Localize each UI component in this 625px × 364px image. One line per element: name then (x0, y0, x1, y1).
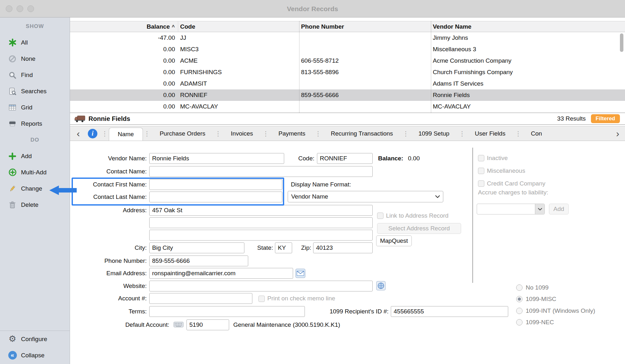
zip-label: Zip: (293, 242, 311, 253)
recipient-id-input[interactable] (391, 306, 508, 317)
zip-input[interactable] (313, 242, 373, 253)
plus-icon (7, 151, 18, 161)
tab-invoices[interactable]: Invoices (222, 126, 262, 141)
sidebar-item-reports[interactable]: Reports (0, 116, 70, 132)
sidebar-bottom: ⚙ Configure « Collapse (0, 331, 70, 363)
table-row[interactable]: 0.00MISC3Miscellaneous 3 (70, 44, 625, 55)
tab-separator-icon: ⋮ (402, 126, 410, 141)
code-input[interactable] (317, 153, 373, 164)
table-row[interactable]: 0.00MC-AVACLAYMC-AVACLAY (70, 101, 625, 112)
tab-user-fields[interactable]: User Fields (466, 126, 514, 141)
filtered-badge[interactable]: Filtered (591, 114, 620, 123)
print-memo-checkbox[interactable] (258, 296, 265, 302)
circled-plus-icon (7, 167, 18, 178)
open-website-icon[interactable] (376, 281, 386, 290)
sort-ascending-icon: ^ (172, 24, 175, 30)
address-line3-input[interactable] (149, 230, 373, 241)
vendor-name-input[interactable] (149, 153, 284, 164)
contact-name-input[interactable] (149, 166, 373, 177)
default-account-label: Default Account: (93, 319, 169, 330)
phone-number-input[interactable] (149, 256, 248, 266)
account-number-label: Account #: (70, 293, 147, 304)
column-header-code[interactable]: Code (178, 21, 299, 32)
table-header: Balance^ Code Phone Number Vendor Name (70, 21, 625, 32)
sidebar-item-label: Reports (21, 120, 42, 127)
sidebar-item-grid[interactable]: Grid (0, 99, 70, 116)
trash-icon (7, 200, 18, 210)
city-label: City: (70, 242, 147, 253)
pencil-icon (7, 184, 18, 194)
tab-recurring-transactions[interactable]: Recurring Transactions (322, 126, 402, 141)
miscellaneous-checkbox[interactable] (478, 168, 484, 174)
contact-first-name-label: Contact First Name: (70, 179, 147, 190)
table-row-selected[interactable]: 0.00RONNIEF859-555-6666Ronnie Fields (70, 89, 625, 101)
tab-1099-setup[interactable]: 1099 Setup (410, 126, 458, 141)
column-header-balance[interactable]: Balance^ (70, 21, 178, 32)
vendor-form: Vendor Name: Code: Balance: 0.00 Contact… (70, 141, 625, 364)
account-number-input[interactable] (149, 293, 252, 304)
column-header-vendor-name[interactable]: Vendor Name (431, 21, 625, 32)
no-1099-radio[interactable] (516, 284, 523, 291)
prev-tab-button[interactable]: ‹ (70, 126, 87, 141)
sidebar-item-all[interactable]: All (0, 34, 70, 51)
table-row[interactable]: 0.00ADAMSITAdams IT Services (70, 78, 625, 89)
terms-input[interactable] (149, 306, 305, 317)
tab-contacts-truncated[interactable]: Con (522, 126, 551, 141)
tab-purchase-orders[interactable]: Purchase Orders (151, 126, 214, 141)
1099-int-label: 1099-INT (Windows Only) (526, 305, 625, 316)
address-line2-input[interactable] (149, 217, 373, 228)
credit-card-company-checkbox[interactable] (478, 180, 484, 187)
sidebar-item-label: None (21, 55, 35, 62)
select-address-record-button[interactable]: Select Address Record (377, 223, 461, 234)
sidebar-item-label: Configure (21, 336, 47, 343)
grid-icon (7, 102, 18, 113)
link-address-checkbox[interactable] (377, 213, 383, 219)
default-account-input[interactable] (186, 319, 229, 330)
inactive-checkbox[interactable] (478, 155, 484, 161)
tab-payments[interactable]: Payments (270, 126, 314, 141)
info-tab[interactable]: i (87, 126, 101, 141)
1099-nec-radio[interactable] (516, 319, 523, 326)
column-header-phone[interactable]: Phone Number (299, 21, 431, 32)
contact-first-name-input[interactable] (149, 179, 282, 190)
sidebar-item-multi-add[interactable]: Multi-Add (0, 164, 70, 180)
search-icon (7, 70, 18, 80)
table-row[interactable]: 0.00FURNISHINGS813-555-8896Church Furnis… (70, 66, 625, 78)
next-tab-button[interactable]: › (610, 126, 625, 141)
code-label: Code: (283, 153, 314, 164)
tab-name[interactable]: Name (109, 128, 143, 141)
1099-int-radio[interactable] (516, 308, 523, 314)
city-input[interactable] (149, 242, 244, 253)
sidebar-item-change[interactable]: Change (0, 180, 70, 197)
address-label: Address: (70, 205, 147, 216)
1099-misc-radio[interactable] (516, 296, 523, 302)
contact-name-label: Contact Name: (70, 166, 147, 177)
sidebar-item-delete[interactable]: Delete (0, 197, 70, 213)
sidebar-item-find[interactable]: Find (0, 67, 70, 83)
mapquest-button[interactable]: MapQuest (376, 235, 412, 246)
account-lookup-icon[interactable] (173, 321, 184, 328)
website-input[interactable] (149, 281, 373, 291)
table-row[interactable]: 0.00ACME606-555-8712Acme Construction Co… (70, 55, 625, 66)
display-name-format-select[interactable]: Vendor Name (288, 191, 443, 202)
sidebar-item-add[interactable]: Add (0, 148, 70, 164)
accrue-liability-select[interactable] (477, 204, 545, 214)
table-scrollbar[interactable] (620, 33, 623, 52)
sidebar-item-none[interactable]: None (0, 51, 70, 67)
sidebar-item-collapse[interactable]: « Collapse (0, 347, 70, 363)
1099-misc-label: 1099-MISC (526, 294, 621, 304)
email-address-input[interactable] (149, 268, 293, 279)
table-row[interactable]: -47.00JJJimmy Johns (70, 32, 625, 44)
sidebar-item-label: Delete (21, 201, 39, 208)
sidebar-item-configure[interactable]: ⚙ Configure (0, 331, 70, 347)
window-title: Vendor Records (0, 0, 625, 18)
sidebar-item-searches[interactable]: Searches (0, 83, 70, 99)
accrue-add-button[interactable]: Add (549, 204, 569, 214)
column-divider (431, 21, 431, 113)
state-input[interactable] (275, 242, 292, 253)
default-account-description: General Maintenance (3000.5190.K.K1) (233, 319, 411, 330)
send-email-icon[interactable] (295, 268, 305, 278)
address-line1-input[interactable] (149, 205, 373, 216)
contact-last-name-input[interactable] (149, 192, 282, 202)
vendor-records-window: Vendor Records SHOW All None Find Search… (0, 0, 625, 364)
